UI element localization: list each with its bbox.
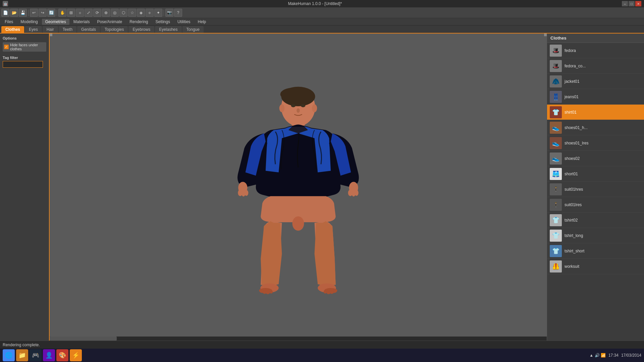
rotate-icon[interactable]: 🔄 <box>47 9 55 17</box>
clothes-thumb-short01: 🩳 <box>550 168 562 180</box>
window-controls: – □ ✕ <box>622 1 641 6</box>
menu-rendering[interactable]: Rendering <box>126 19 151 25</box>
clothes-name-suit01lres: suit01lres <box>565 202 582 207</box>
menu-files[interactable]: Files <box>1 19 16 25</box>
save-icon[interactable]: 💾 <box>19 9 27 17</box>
taskbar-steam[interactable]: 🎮 <box>30 349 42 361</box>
3d-figure <box>211 73 385 301</box>
right-panel-header: Clothes <box>547 34 644 43</box>
minimize-button[interactable]: – <box>622 1 628 6</box>
clothes-thumb-fedora: 🎩 <box>550 45 562 57</box>
sym8-icon[interactable]: ◈ <box>137 9 145 17</box>
sym1-icon[interactable]: ⟐ <box>76 9 84 17</box>
svg-point-5 <box>291 104 296 107</box>
tab-teeth[interactable]: Teeth <box>59 26 76 33</box>
sym4-icon[interactable]: ⊕ <box>102 9 110 17</box>
clothes-item-tshirt02[interactable]: 👕tshirt02 <box>547 213 644 228</box>
taskbar-chrome[interactable]: 🌐 <box>3 349 15 361</box>
tab-eyebrows[interactable]: Eyebrows <box>128 26 154 33</box>
options-label: Options <box>3 36 46 40</box>
clothes-item-jacket01[interactable]: 🧥jacket01 <box>547 74 644 89</box>
svg-point-23 <box>270 290 273 294</box>
clothes-thumb-worksuit: 🦺 <box>550 260 562 273</box>
grab-icon[interactable]: ✋ <box>58 9 66 17</box>
clothes-name-tshirt_long: tshirt_long <box>565 233 583 238</box>
clothes-item-worksuit[interactable]: 🦺worksuit <box>547 259 644 274</box>
sym3-icon[interactable]: ⟳ <box>93 9 101 17</box>
clothes-item-suit01lres[interactable]: 🕴suit01lres <box>547 197 644 213</box>
new-icon[interactable]: 📄 <box>1 9 9 17</box>
sym9-icon[interactable]: ⟡ <box>146 9 154 17</box>
camera-icon[interactable]: 📷 <box>165 9 173 17</box>
open-icon[interactable]: 📂 <box>10 9 18 17</box>
clothes-item-shoes02[interactable]: 👟shoes02 <box>547 151 644 166</box>
maximize-button[interactable]: □ <box>629 1 635 6</box>
clothes-item-suit01hres[interactable]: 🕴suit01hres <box>547 182 644 197</box>
hide-faces-checkbox-row[interactable]: ✓ Hide faces under clothes <box>3 42 46 52</box>
clothes-item-short01[interactable]: 🩳short01 <box>547 166 644 182</box>
close-button[interactable]: ✕ <box>635 1 641 6</box>
clothes-name-short01: short01 <box>565 172 578 176</box>
tab-hair[interactable]: Hair <box>43 26 58 33</box>
taskbar-right: ▲ 🔊 📶 17:34 17/03/2014 <box>589 353 641 358</box>
main-viewport[interactable] <box>50 34 547 341</box>
clothes-name-tshirt02: tshirt02 <box>565 218 578 223</box>
clothes-item-jeans01[interactable]: 👖jeans01 <box>547 89 644 105</box>
taskbar-files[interactable]: 📁 <box>16 349 28 361</box>
redo-icon[interactable]: ↪ <box>39 9 47 17</box>
menu-materials[interactable]: Materials <box>70 19 93 25</box>
taskbar-app1[interactable]: 👤 <box>43 349 55 361</box>
menu-geometries[interactable]: Geometries <box>42 19 69 25</box>
toolbar-separator-1 <box>28 9 29 16</box>
help-icon[interactable]: ? <box>174 9 182 17</box>
sym7-icon[interactable]: ☆ <box>128 9 136 17</box>
grid-icon[interactable]: ⊞ <box>67 9 75 17</box>
menu-modelling[interactable]: Modelling <box>17 19 41 25</box>
clothes-item-shoes01_lres[interactable]: 👟shoes01_lres <box>547 135 644 151</box>
sym2-icon[interactable]: ⤢ <box>85 9 93 17</box>
clothes-item-fedora[interactable]: 🎩fedora <box>547 43 644 58</box>
clothes-thumb-shoes02: 👟 <box>550 153 562 165</box>
clothes-item-shoes01_h[interactable]: 👟shoes01_h... <box>547 120 644 135</box>
menu-settings[interactable]: Settings <box>152 19 173 25</box>
sym6-icon[interactable]: ⬡ <box>119 9 127 17</box>
taskbar-app2[interactable]: 🎨 <box>56 349 68 361</box>
hide-faces-checkbox[interactable]: ✓ <box>4 45 9 49</box>
system-tray-icons: ▲ 🔊 📶 <box>589 353 606 358</box>
clothes-item-fedora_co[interactable]: 🎩fedora_co... <box>547 58 644 74</box>
scrollbar-thumb[interactable] <box>50 337 117 341</box>
tag-filter-input[interactable] <box>3 61 43 68</box>
taskbar-app3[interactable]: ⚡ <box>70 349 82 361</box>
sym5-icon[interactable]: ◎ <box>111 9 119 17</box>
clothes-name-shoes01_h: shoes01_h... <box>565 125 588 130</box>
clothes-thumb-suit01hres: 🕴 <box>550 183 562 195</box>
svg-point-14 <box>245 190 249 196</box>
tab-genitals[interactable]: Genitals <box>77 26 100 33</box>
tab-eyes[interactable]: Eyes <box>25 26 42 33</box>
clothes-item-shirt01[interactable]: 👕shirt01 <box>547 105 644 120</box>
svg-point-22 <box>266 291 270 294</box>
date: 17/03/2014 <box>621 353 641 358</box>
app-icon: 🤖 <box>3 1 8 6</box>
menu-utilities[interactable]: Utilities <box>174 19 194 25</box>
undo-icon[interactable]: ↩ <box>30 9 38 17</box>
clothes-name-worksuit: worksuit <box>565 264 579 269</box>
menu-help[interactable]: Help <box>195 19 210 25</box>
left-panel: Options ✓ Hide faces under clothes Tag f… <box>0 34 50 349</box>
svg-point-6 <box>301 104 306 107</box>
clothes-thumb-jeans01: 👖 <box>550 91 562 103</box>
clothes-item-tshirt_short[interactable]: 👕tshirt_short <box>547 243 644 259</box>
clothes-name-shirt01: shirt01 <box>565 110 577 115</box>
clothes-name-shoes01_lres: shoes01_lres <box>565 141 588 145</box>
menu-pose-animate[interactable]: Pose/Animate <box>94 19 125 25</box>
clothes-item-tshirt_long[interactable]: 👕tshirt_long <box>547 228 644 243</box>
tab-tongue[interactable]: Tongue <box>182 26 204 33</box>
sym10-icon[interactable]: ✦ <box>154 9 162 17</box>
tab-clothes[interactable]: Clothes <box>1 26 24 33</box>
tab-topologies[interactable]: Topologies <box>101 26 128 33</box>
svg-point-4 <box>292 89 315 101</box>
main-scrollbar[interactable] <box>50 337 547 341</box>
clothes-name-jeans01: jeans01 <box>565 95 579 99</box>
tab-eyelashes[interactable]: Eyelashes <box>155 26 181 33</box>
svg-point-30 <box>292 216 304 231</box>
